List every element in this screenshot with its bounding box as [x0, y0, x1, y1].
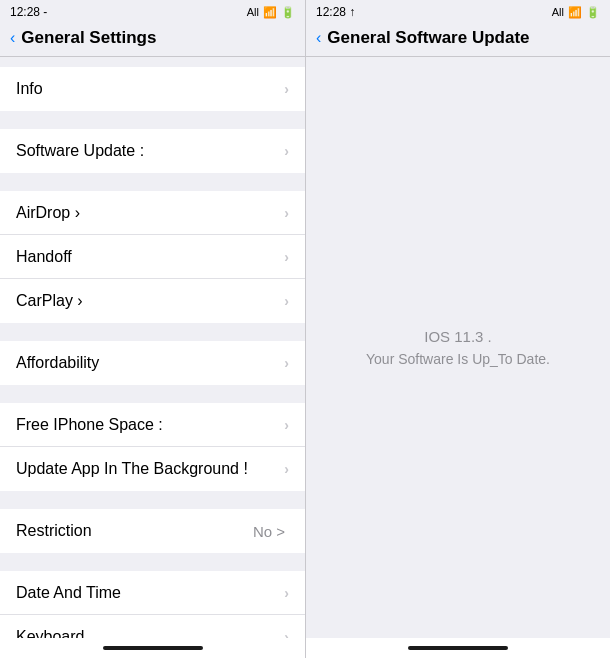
- right-time: 12:28 ↑: [316, 5, 355, 19]
- left-time: 12:28 -: [10, 5, 47, 19]
- list-item-carplay[interactable]: CarPlay › ›: [0, 279, 305, 323]
- right-battery-icon: 🔋: [586, 6, 600, 19]
- left-home-indicator: [103, 646, 203, 650]
- update-app-chevron-icon: ›: [284, 461, 289, 477]
- list-item-affordability[interactable]: Affordability ›: [0, 341, 305, 385]
- right-update-content: IOS 11.3 . Your Software Is Up_To Date.: [306, 57, 610, 638]
- carplay-chevron-icon: ›: [284, 293, 289, 309]
- section-info: Info ›: [0, 67, 305, 111]
- section-connectivity: AirDrop › › Handoff › CarPlay › ›: [0, 191, 305, 323]
- list-item-keyboard[interactable]: Keyboard ›: [0, 615, 305, 638]
- spacer-6: [0, 553, 305, 571]
- keyboard-chevron-icon: ›: [284, 629, 289, 638]
- spacer-1: [0, 111, 305, 129]
- right-home-indicator: [408, 646, 508, 650]
- update-app-label: Update App In The Background !: [16, 460, 284, 478]
- left-panel: 12:28 - All 📶 🔋 ‹ General Settings Info …: [0, 0, 305, 658]
- list-item-update-app[interactable]: Update App In The Background ! ›: [0, 447, 305, 491]
- handoff-chevron-icon: ›: [284, 249, 289, 265]
- right-nav-title: General Software Update: [327, 28, 529, 48]
- spacer-4: [0, 385, 305, 403]
- right-wifi-icon: 📶: [568, 6, 582, 19]
- left-home-bar: [0, 638, 305, 658]
- section-restriction: Restriction No >: [0, 509, 305, 553]
- handoff-label: Handoff: [16, 248, 284, 266]
- list-item-airdrop[interactable]: AirDrop › ›: [0, 191, 305, 235]
- carplay-label: CarPlay ›: [16, 292, 284, 310]
- restriction-label: Restriction: [16, 522, 253, 540]
- info-chevron-icon: ›: [284, 81, 289, 97]
- right-status-icons: All 📶 🔋: [552, 6, 600, 19]
- list-item-date-time[interactable]: Date And Time ›: [0, 571, 305, 615]
- date-time-chevron-icon: ›: [284, 585, 289, 601]
- software-update-label: Software Update :: [16, 142, 284, 160]
- free-space-label: Free IPhone Space :: [16, 416, 284, 434]
- left-chevron-back-icon: ‹: [10, 29, 15, 47]
- spacer-2: [0, 173, 305, 191]
- info-label: Info: [16, 80, 284, 98]
- left-status-icons: All 📶 🔋: [247, 6, 295, 19]
- list-item-restriction[interactable]: Restriction No >: [0, 509, 305, 553]
- free-space-chevron-icon: ›: [284, 417, 289, 433]
- left-back-button[interactable]: ‹ General Settings: [10, 28, 156, 48]
- right-signal: All: [552, 6, 564, 18]
- list-item-free-space[interactable]: Free IPhone Space : ›: [0, 403, 305, 447]
- left-nav-bar: ‹ General Settings: [0, 22, 305, 57]
- keyboard-label: Keyboard: [16, 628, 284, 638]
- right-back-button[interactable]: ‹ General Software Update: [316, 28, 530, 48]
- left-wifi-icon: 📶: [263, 6, 277, 19]
- left-status-bar: 12:28 - All 📶 🔋: [0, 0, 305, 22]
- spacer-3: [0, 323, 305, 341]
- list-item-handoff[interactable]: Handoff ›: [0, 235, 305, 279]
- airdrop-label: AirDrop ›: [16, 204, 284, 222]
- airdrop-chevron-icon: ›: [284, 205, 289, 221]
- list-item-software-update[interactable]: Software Update : ›: [0, 129, 305, 173]
- affordability-label: Affordability: [16, 354, 284, 372]
- right-panel: 12:28 ↑ All 📶 🔋 ‹ General Software Updat…: [305, 0, 610, 658]
- affordability-chevron-icon: ›: [284, 355, 289, 371]
- right-status-bar: 12:28 ↑ All 📶 🔋: [306, 0, 610, 22]
- section-affordability: Affordability ›: [0, 341, 305, 385]
- restriction-value: No >: [253, 523, 285, 540]
- update-version: IOS 11.3 .: [424, 328, 492, 345]
- left-signal: All: [247, 6, 259, 18]
- section-software-update: Software Update : ›: [0, 129, 305, 173]
- left-battery-icon: 🔋: [281, 6, 295, 19]
- section-storage: Free IPhone Space : › Update App In The …: [0, 403, 305, 491]
- right-chevron-back-icon: ‹: [316, 29, 321, 47]
- left-list: Info › Software Update : › AirDrop › › H…: [0, 57, 305, 638]
- left-nav-title: General Settings: [21, 28, 156, 48]
- right-home-bar: [306, 638, 610, 658]
- list-item-info[interactable]: Info ›: [0, 67, 305, 111]
- date-time-label: Date And Time: [16, 584, 284, 602]
- spacer-5: [0, 491, 305, 509]
- section-datetime: Date And Time › Keyboard ›: [0, 571, 305, 638]
- software-update-chevron-icon: ›: [284, 143, 289, 159]
- right-nav-bar: ‹ General Software Update: [306, 22, 610, 57]
- update-status: Your Software Is Up_To Date.: [366, 351, 550, 367]
